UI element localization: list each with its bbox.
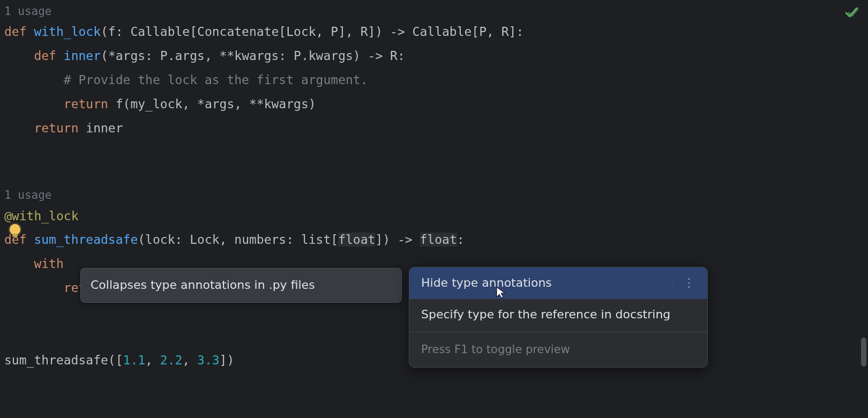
popup-item-label: Specify type for the reference in docstr… (421, 303, 670, 326)
indent (4, 97, 64, 111)
bracket: [ (331, 233, 338, 247)
popup-footer-hint: Press F1 to toggle preview (409, 333, 707, 367)
keyword-return: return (64, 97, 116, 111)
code-text: (lock: Lock, numbers: (138, 233, 301, 247)
inspection-ok-icon[interactable] (844, 5, 858, 19)
code-text: (f: Callable[Concatenate[Lock, P], R]) -… (101, 25, 523, 39)
usage-hint[interactable]: 1 usage (4, 4, 864, 19)
decorator-name: with_lock (12, 209, 79, 223)
code-line[interactable]: return inner (4, 116, 864, 140)
comma: , (145, 353, 160, 367)
function-name: sum_threadsafe (34, 233, 138, 247)
usage-hint[interactable]: 1 usage (4, 188, 864, 203)
type-float: float (420, 233, 457, 247)
indent (4, 49, 34, 63)
colon: : (457, 233, 465, 247)
popup-item-hide-annotations[interactable]: Hide type annotations ⋮ (409, 267, 707, 299)
code-text: sum_threadsafe([ (4, 353, 123, 367)
code-text: ]) (220, 353, 235, 367)
blank-line (4, 164, 864, 188)
blank-line (4, 140, 864, 165)
code-text: f(my_lock, *args, **kwargs) (116, 97, 316, 111)
intention-bulb-icon[interactable] (10, 224, 20, 235)
more-options-icon[interactable]: ⋮ (672, 275, 695, 290)
popup-item-specify-type[interactable]: Specify type for the reference in docstr… (409, 299, 707, 331)
decorator-at: @ (4, 209, 12, 223)
scrollbar-thumb[interactable] (861, 338, 866, 367)
code-line[interactable]: return f(my_lock, *args, **kwargs) (4, 92, 864, 116)
code-line[interactable]: def with_lock(f: Callable[Concatenate[Lo… (4, 20, 864, 44)
keyword-def: def (34, 49, 63, 63)
comma: , (182, 353, 197, 367)
indent (4, 73, 64, 87)
number-literal: 1.1 (123, 353, 146, 367)
code-line[interactable]: def inner(*args: P.args, **kwargs: P.kwa… (4, 44, 864, 68)
popup-item-label: Hide type annotations (421, 272, 552, 295)
code-text: (*args: P.args, **kwargs: P.kwargs) -> R… (101, 49, 405, 63)
keyword-with: with (34, 257, 71, 271)
keyword-def: def (4, 25, 34, 39)
intention-popup: Hide type annotations ⋮ Specify type for… (409, 267, 708, 368)
number-literal: 2.2 (160, 353, 183, 367)
number-literal: 3.3 (197, 353, 220, 367)
type-float: float (338, 233, 375, 247)
separator (409, 332, 707, 332)
keyword-def: def (4, 233, 34, 247)
indent (4, 257, 34, 271)
code-line[interactable]: def sum_threadsafe(lock: Lock, numbers: … (4, 228, 864, 252)
comment: # Provide the lock as the first argument… (64, 73, 368, 87)
code-line[interactable]: # Provide the lock as the first argument… (4, 68, 864, 92)
tooltip: Collapses type annotations in .py files (80, 268, 402, 303)
type-list: list (301, 233, 331, 247)
code-text: ]) -> (375, 233, 420, 247)
code-line[interactable]: @with_lock (4, 204, 864, 228)
indent (4, 121, 34, 135)
function-name: inner (64, 49, 101, 63)
code-text: inner (86, 121, 123, 135)
function-name: with_lock (34, 25, 101, 39)
indent (4, 281, 64, 295)
keyword-return: return (34, 121, 86, 135)
